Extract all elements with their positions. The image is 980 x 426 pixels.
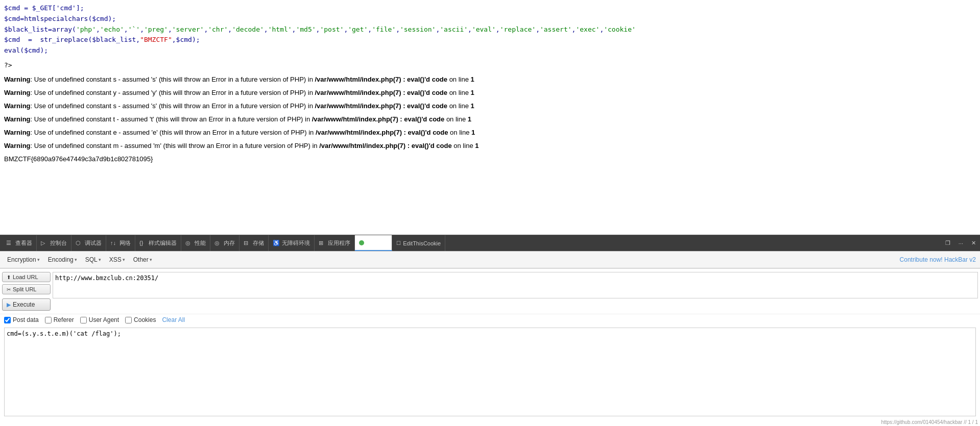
warnings-block: Warning: Use of undefined constant s - a… (4, 74, 976, 165)
tab-performance-label: 性能 (195, 239, 206, 247)
tab-debugger[interactable]: ⬡ 调试器 (71, 235, 106, 251)
accessibility-icon: ♿ (273, 240, 280, 247)
tab-styles-label: 样式编辑器 (149, 239, 177, 247)
bottom-status: https://github.com/0140454/hackbar // 1 … (0, 418, 980, 426)
tab-inspector-label: 查看器 (15, 239, 32, 247)
cookies-label: Cookies (134, 316, 156, 323)
tab-network[interactable]: ↑↓ 网络 (106, 235, 135, 251)
body-input[interactable] (4, 328, 976, 416)
sql-menu-button[interactable]: SQL ▾ (82, 255, 104, 265)
tab-console[interactable]: ▷ 控制台 (37, 235, 71, 251)
cookies-checkbox-label[interactable]: Cookies (125, 316, 156, 323)
devtools-controls: ❐ ··· ✕ (943, 239, 978, 247)
tab-accessibility[interactable]: ♿ 无障碍环境 (269, 235, 315, 251)
code-line-3: $black_list=array('php','echo','`','preg… (4, 24, 976, 35)
tab-editthiscookie-label: EditThisCookie (403, 240, 441, 246)
clear-all-button[interactable]: Clear All (162, 316, 185, 323)
other-label: Other (133, 256, 149, 263)
tab-editthiscookie[interactable]: ☐ EditThisCookie (392, 235, 445, 251)
split-url-icon: ✂ (7, 287, 11, 292)
code-line-2: $cmd=htmlspecialchars($cmd); (4, 14, 976, 24)
tab-network-label: 网络 (119, 239, 131, 247)
debugger-icon: ⬡ (76, 240, 83, 247)
execute-button[interactable]: ▶ Execute (2, 298, 51, 311)
hackbar-icon (359, 240, 364, 245)
warning-2: Warning: Use of undefined constant y - a… (4, 87, 976, 98)
tab-inspector[interactable]: ☰ 查看器 (2, 235, 37, 251)
tab-styles[interactable]: {} 样式编辑器 (135, 235, 181, 251)
encryption-menu-button[interactable]: Encryption ▾ (4, 255, 43, 265)
execute-icon: ▶ (7, 302, 11, 308)
encoding-menu-button[interactable]: Encoding ▾ (45, 255, 80, 265)
encryption-arrow-icon: ▾ (37, 257, 40, 262)
more-options-button[interactable]: ··· (957, 239, 965, 247)
code-line-5: eval($cmd); (4, 45, 976, 56)
xss-menu-button[interactable]: XSS ▾ (106, 255, 128, 265)
post-data-label: Post data (13, 316, 39, 323)
memory-icon: ◎ (214, 240, 222, 247)
load-url-icon: ⬆ (7, 274, 11, 280)
code-line-1: $cmd = $_GET['cmd']; (4, 3, 976, 14)
hackbar-options-row: Post data Referer User Agent Cookies Cle… (0, 314, 980, 325)
tab-debugger-label: 调试器 (85, 239, 102, 247)
tab-hackbar-label: HackBar (366, 240, 388, 246)
load-url-label: Load URL (13, 274, 38, 280)
execute-label: Execute (13, 301, 35, 308)
encoding-label: Encoding (48, 256, 74, 263)
tab-storage-label: 存储 (253, 239, 264, 247)
user-agent-label: User Agent (89, 316, 119, 323)
network-icon: ↑↓ (110, 240, 117, 247)
warning-6: Warning: Use of undefined constant m - a… (4, 140, 976, 152)
cookies-checkbox[interactable] (125, 317, 132, 323)
inspector-icon: ☰ (6, 240, 13, 247)
split-url-button[interactable]: ✂ Split URL (2, 284, 51, 294)
code-line-4: $cmd = str_ireplace($black_list,"BMZCTF"… (4, 35, 976, 45)
encoding-menu: Encoding ▾ (45, 255, 80, 265)
referer-checkbox[interactable] (45, 317, 52, 323)
close-devtools-button[interactable]: ✕ (969, 239, 978, 247)
editthiscookie-checkbox-icon: ☐ (396, 240, 401, 246)
performance-icon: ◎ (185, 240, 193, 247)
console-icon: ▷ (41, 240, 48, 247)
referer-label: Referer (54, 316, 74, 323)
warning-3: Warning: Use of undefined constant s - a… (4, 101, 976, 112)
main-content-area: $cmd = $_GET['cmd']; $cmd=htmlspecialcha… (0, 0, 980, 235)
post-data-checkbox-label[interactable]: Post data (4, 316, 39, 323)
load-url-button[interactable]: ⬆ Load URL (2, 272, 51, 282)
tab-storage[interactable]: ⊟ 存储 (240, 235, 269, 251)
devtools-bar: ☰ 查看器 ▷ 控制台 ⬡ 调试器 ↑↓ 网络 {} 样式编辑器 ◎ 性能 ◎ … (0, 235, 980, 251)
tab-appmanager[interactable]: ⊞ 应用程序 (315, 235, 355, 251)
warning-4: Warning: Use of undefined constant t - a… (4, 114, 976, 125)
tab-accessibility-label: 无障碍环境 (282, 239, 310, 247)
post-data-checkbox[interactable] (4, 317, 11, 323)
hackbar-toolbar: Encryption ▾ Encoding ▾ SQL ▾ XSS ▾ Othe… (0, 251, 980, 268)
other-arrow-icon: ▾ (150, 257, 152, 262)
styles-icon: {} (139, 240, 147, 247)
referer-checkbox-label[interactable]: Referer (45, 316, 74, 323)
xss-label: XSS (109, 256, 122, 263)
tab-memory[interactable]: ◎ 内存 (210, 235, 240, 251)
warning-5: Warning: Use of undefined constant e - a… (4, 127, 976, 138)
encoding-arrow-icon: ▾ (75, 257, 77, 262)
split-url-label: Split URL (13, 286, 36, 292)
hackbar-left-buttons: ⬆ Load URL ✂ Split URL ▶ Execute (2, 272, 51, 311)
appmanager-icon: ⊞ (319, 240, 326, 247)
encryption-label: Encryption (7, 256, 36, 263)
tab-memory-label: 内存 (224, 239, 235, 247)
restore-window-button[interactable]: ❐ (943, 239, 952, 247)
encryption-menu: Encryption ▾ (4, 255, 43, 265)
user-agent-checkbox[interactable] (80, 317, 87, 323)
tab-hackbar[interactable]: HackBar (355, 235, 392, 251)
tab-appmanager-label: 应用程序 (328, 239, 350, 247)
sql-arrow-icon: ▾ (99, 257, 101, 262)
hackbar-url-row: ⬆ Load URL ✂ Split URL ▶ Execute (0, 269, 980, 314)
contribute-link[interactable]: Contribute now! HackBar v2 (900, 256, 976, 263)
url-input[interactable] (53, 272, 978, 298)
warning-1: Warning: Use of undefined constant s - a… (4, 74, 976, 85)
flag-line: BMZCTF{6890a976e47449c3a7d9b1c802781095} (4, 154, 976, 165)
other-menu-button[interactable]: Other ▾ (130, 255, 155, 265)
xss-menu: XSS ▾ (106, 255, 128, 265)
tab-performance[interactable]: ◎ 性能 (181, 235, 210, 251)
user-agent-checkbox-label[interactable]: User Agent (80, 316, 119, 323)
other-menu: Other ▾ (130, 255, 155, 265)
